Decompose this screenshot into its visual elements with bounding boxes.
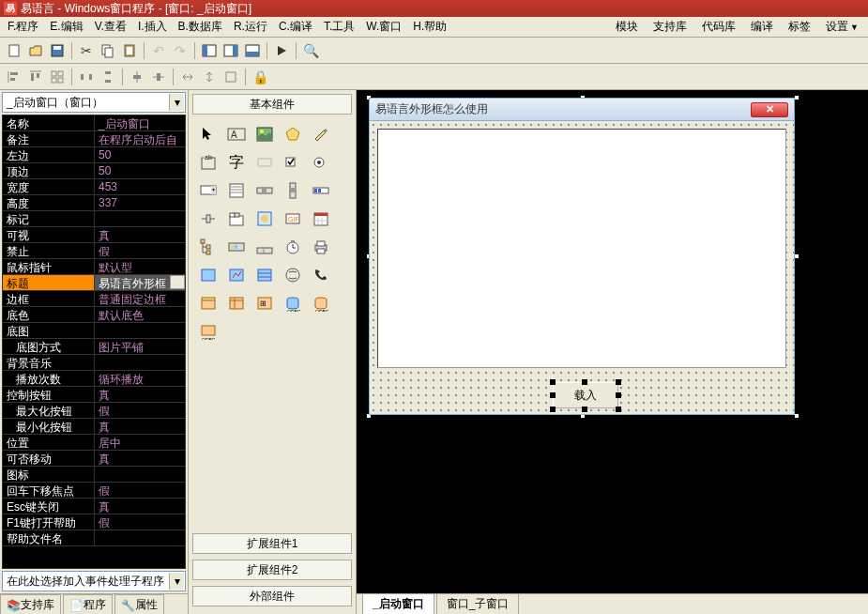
property-value[interactable] [95, 355, 185, 370]
comp-db1-icon[interactable] [196, 291, 221, 315]
object-selector[interactable]: _启动窗口（窗口） ▾ [2, 92, 186, 113]
menu-window[interactable]: W.窗口 [360, 17, 407, 37]
redo-button[interactable]: ↷ [170, 40, 190, 61]
menu-edit[interactable]: E.编辑 [44, 17, 88, 37]
property-value[interactable]: _启动窗口 [95, 115, 185, 130]
tab-program[interactable]: 📄程序 [63, 594, 113, 614]
comp-timer-icon[interactable] [281, 235, 305, 259]
comp-tree-icon[interactable] [196, 235, 221, 259]
property-row[interactable]: 底图 [3, 323, 185, 339]
property-value[interactable]: 337 [95, 195, 185, 210]
comp-calendar-icon[interactable] [309, 207, 333, 231]
property-value[interactable]: 假 [95, 243, 185, 258]
cut-button[interactable]: ✂ [76, 40, 97, 61]
comp-checkbox-icon[interactable] [281, 150, 305, 175]
tab-properties[interactable]: 🔧属性 [114, 594, 164, 614]
menu-module[interactable]: 模块 [608, 17, 646, 37]
property-row[interactable]: 标题易语言外形框⋯ [3, 275, 185, 291]
comp-hscroll-icon[interactable] [252, 178, 277, 203]
property-value[interactable]: 真 [95, 227, 185, 242]
panel1-button[interactable] [199, 40, 220, 61]
align-top-icon[interactable] [25, 67, 46, 87]
comp-toolbar-icon[interactable] [224, 235, 249, 259]
menu-run[interactable]: R.运行 [228, 17, 273, 37]
property-value[interactable]: 真 [95, 419, 185, 434]
property-row[interactable]: Esc键关闭真 [3, 499, 185, 514]
comp-imagelist-icon[interactable]: GIF [281, 207, 305, 231]
property-value[interactable]: 真 [95, 387, 185, 402]
find-button[interactable]: 🔍 [300, 40, 321, 61]
property-value[interactable] [95, 467, 185, 482]
comp-radio-icon[interactable] [309, 150, 333, 175]
comp-data3-icon[interactable] [252, 263, 277, 287]
property-row[interactable]: 可否移动真 [3, 451, 185, 467]
menu-help[interactable]: H.帮助 [407, 17, 452, 37]
comp-comm-icon[interactable] [281, 263, 305, 287]
comp-odbc2-icon[interactable]: ODBC [309, 291, 333, 315]
align-grid-icon[interactable] [47, 67, 68, 87]
comp-shape-icon[interactable] [281, 122, 305, 146]
property-value[interactable]: 默认型 [95, 259, 185, 274]
comp-odbc1-icon[interactable]: ODBC [281, 291, 305, 315]
comp-progress-icon[interactable] [309, 178, 333, 203]
property-row[interactable]: 背景音乐 [3, 355, 185, 371]
run-button[interactable] [271, 40, 292, 61]
close-button[interactable]: ✕ [751, 102, 788, 117]
property-row[interactable]: 标记 [3, 211, 185, 227]
comp-picturebox-icon[interactable] [252, 207, 277, 231]
undo-button[interactable]: ↶ [148, 40, 169, 61]
property-value[interactable]: 循环播放 [95, 371, 185, 386]
comp-combo-icon[interactable] [196, 178, 221, 203]
comp-statusbar-icon[interactable] [252, 235, 277, 259]
component-category-ext2[interactable]: 扩展组件2 [192, 560, 352, 580]
property-value[interactable] [95, 211, 185, 226]
comp-draw-icon[interactable] [309, 122, 333, 146]
property-value[interactable]: 普通固定边框 [95, 291, 185, 306]
property-value[interactable]: 真 [95, 499, 185, 514]
frame-control[interactable] [377, 129, 786, 368]
menu-program[interactable]: F.程序 [2, 17, 44, 37]
property-row[interactable]: 宽度453 [3, 179, 185, 195]
property-row[interactable]: 左边50 [3, 147, 185, 163]
lock-icon[interactable]: 🔒 [250, 67, 270, 87]
property-value[interactable]: 453 [95, 179, 185, 194]
center-v-icon[interactable] [148, 67, 169, 87]
property-row[interactable]: 底色默认底色 [3, 307, 185, 323]
center-h-icon[interactable] [127, 67, 147, 87]
property-row[interactable]: 鼠标指针默认型 [3, 259, 185, 275]
property-row[interactable]: 控制按钮真 [3, 387, 185, 403]
tab-startup-window[interactable]: _启动窗口 [362, 593, 434, 614]
comp-group-icon[interactable]: ab [196, 150, 221, 175]
dist-h-icon[interactable] [76, 67, 97, 87]
menu-compile2[interactable]: 编译 [743, 17, 781, 37]
tab-child-window[interactable]: 窗口_子窗口 [436, 593, 520, 614]
property-row[interactable]: 底图方式图片平铺 [3, 339, 185, 355]
comp-db3-icon[interactable]: ⊞ [252, 291, 277, 315]
comp-text-icon[interactable]: 字 [224, 150, 249, 175]
property-row[interactable]: 最大化按钮假 [3, 403, 185, 419]
save-button[interactable] [47, 40, 68, 61]
menu-settings[interactable]: 设置▼ [818, 17, 866, 37]
property-ellipsis-button[interactable]: ⋯ [170, 275, 185, 289]
property-value[interactable]: 图片平铺 [95, 339, 185, 354]
menu-view[interactable]: V.查看 [89, 17, 132, 37]
property-value[interactable]: 在程序启动后自 [95, 131, 185, 146]
menu-codelib[interactable]: 代码库 [694, 17, 743, 37]
menu-insert[interactable]: I.插入 [132, 17, 173, 37]
menu-support[interactable]: 支持库 [646, 17, 694, 37]
dist-v-icon[interactable] [98, 67, 118, 87]
comp-tab-icon[interactable] [224, 207, 249, 231]
property-value[interactable]: 假 [95, 483, 185, 498]
comp-pointer-icon[interactable] [196, 122, 221, 146]
property-value[interactable]: 默认底色 [95, 307, 185, 322]
property-row[interactable]: 禁止假 [3, 243, 185, 259]
property-row[interactable]: 位置居中 [3, 435, 185, 451]
comp-vscroll-icon[interactable] [281, 178, 305, 203]
property-row[interactable]: F1键打开帮助假 [3, 514, 185, 530]
property-value[interactable]: 50 [95, 163, 185, 178]
property-row[interactable]: 播放次数循环播放 [3, 371, 185, 387]
property-row[interactable]: 高度337 [3, 195, 185, 211]
property-value[interactable]: 易语言外形框⋯ [95, 275, 185, 290]
load-button[interactable]: 载入 [553, 382, 618, 408]
property-row[interactable]: 边框普通固定边框 [3, 291, 185, 307]
